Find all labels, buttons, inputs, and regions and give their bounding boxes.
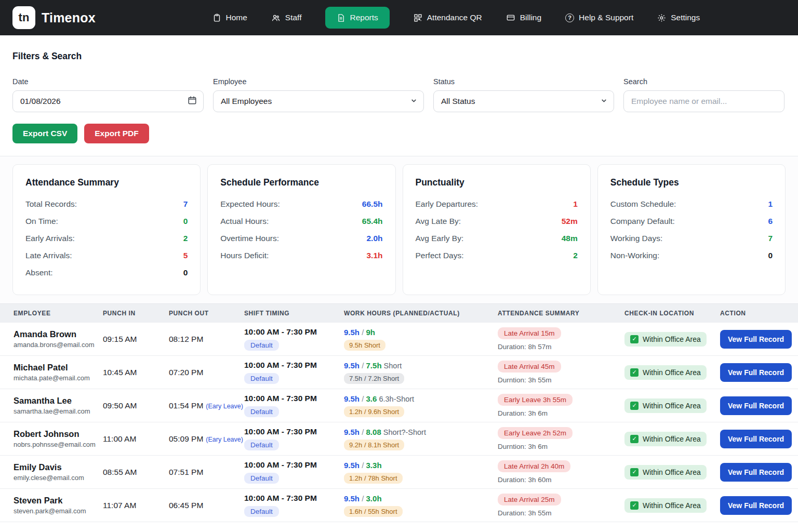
stat-value: 1 [573,200,578,209]
location-badge: ✓Within Office Area [624,332,707,347]
table-row: Samantha Leesamartha.lae@email.com 09:50… [0,389,798,422]
table-header: EMPLOYEE PUNCH IN PUNCH OUT SHIFT TIMING… [0,303,798,323]
hours-separator: / [360,361,366,370]
filters-title: Filters & Search [12,51,786,62]
card-attendance-summary: Attendance Summary Total Records:7 On Ti… [12,164,201,295]
location-text: Within Office Area [643,402,701,410]
nav-item-home[interactable]: Home [212,13,247,22]
check-icon: ✓ [630,435,639,443]
hours-suffix: 6.3h-Short [377,395,414,403]
card-title: Punctuality [416,177,578,188]
help-icon: ? [565,14,574,22]
card-punctuality: Punctuality Early Departures:1 Avg Late … [403,164,591,295]
actual-hours: 3.6 [366,394,377,403]
punch-in: 10:45 AM [102,368,168,377]
export-pdf-button[interactable]: Export PDF [84,124,149,143]
work-hours-badge: 7.5h / 7.2h Short [344,373,404,384]
nav-item-label: Reports [350,13,378,22]
check-icon: ✓ [630,468,639,476]
stat-label: Avg Early By: [416,234,464,243]
stat-value: 7 [183,200,188,209]
punch-in: 09:50 AM [102,401,168,410]
view-full-record-button[interactable]: Vew Full Record [720,363,792,382]
stat-value: 52m [562,217,578,226]
col-shift-timing: SHIFT TIMING [243,304,343,323]
status-select-value: All Status [441,97,475,106]
stat-label: Early Departures: [416,200,478,209]
col-action: ACTION [719,304,786,323]
view-full-record-button[interactable]: Vew Full Record [720,463,792,482]
nav-item-staff[interactable]: Staff [271,13,302,22]
stat-label: On Time: [25,217,58,226]
hours-separator: / [360,494,366,503]
location-text: Within Office Area [643,501,701,510]
reports-icon [337,14,345,22]
nav-items: Home Staff Reports Attendance QR Billing… [127,7,786,29]
date-input[interactable] [20,97,196,106]
view-full-record-button[interactable]: Vew Full Record [720,330,792,349]
location-text: Within Office Area [643,468,701,476]
location-text: Within Office Area [643,335,701,343]
card-title: Schedule Types [610,177,773,188]
employee-email: nobrs.pohnsse@email.com [14,441,102,448]
check-icon: ✓ [630,402,639,410]
duration-text: Duration: 8h 57m [498,343,623,351]
stat-value: 6 [768,217,773,226]
punch-out: 07:20 PM [169,368,203,377]
nav-item-billing[interactable]: Billing [506,13,541,22]
employee-email: michata.pate@email.com [14,374,102,382]
shift-type-badge: Default [244,473,279,484]
brand-logo: tn [12,6,35,29]
employee-email: amanda.brons@email.com [14,341,102,349]
attendance-badge: Late Arrival 25m [498,494,561,506]
duration-text: Duration: 3h 60m [498,476,623,484]
stat-value: 7 [768,234,773,243]
brand[interactable]: tn Timenox [12,6,96,29]
calendar-icon[interactable] [188,96,197,107]
location-text: Within Office Area [643,368,701,377]
hours-separator: / [360,394,366,403]
view-full-record-button[interactable]: Vew Full Record [720,396,792,415]
col-work-hours: WORK HOURS (PLANNED/ACTUAL) [343,304,497,323]
punch-in: 08:55 AM [102,468,168,477]
shift-time: 10:00 AM - 7:30 PM [244,494,343,503]
nav-item-help-support[interactable]: ? Help & Support [565,13,633,22]
punch-in: 11:07 AM [102,501,168,510]
employee-select-value: All Employees [221,97,272,106]
stat-label: Perfect Days: [416,251,464,260]
search-input[interactable] [631,97,777,106]
view-full-record-button[interactable]: Vew Full Record [720,496,792,515]
stat-label: Actual Hours: [220,217,269,226]
hours-suffix: Short [382,362,402,370]
early-leave-tag: (Eary Leave) [206,436,243,443]
nav-item-label: Settings [671,13,700,22]
employee-name: Amanda Brown [14,329,102,339]
view-full-record-button[interactable]: Vew Full Record [720,430,792,448]
actual-hours: 3.3h [366,461,382,470]
table-row: Michael Patelmichata.pate@email.com 10:4… [0,356,798,389]
punch-out: 06:45 PM [169,501,203,510]
shift-type-badge: Default [244,373,279,384]
planned-hours: 9.5h [344,361,360,370]
employee-select[interactable]: All Employees [213,90,424,112]
date-label: Date [12,77,204,86]
stat-value: 0 [183,217,188,226]
punch-out: 05:09 PM [169,434,203,443]
summary-cards: Attendance Summary Total Records:7 On Ti… [0,156,798,303]
export-csv-button[interactable]: Export CSV [12,124,77,143]
nav-item-settings[interactable]: Settings [657,13,700,22]
status-select[interactable]: All Status [433,90,614,112]
employee-email: samartha.lae@email.com [14,407,102,415]
employee-name: Michael Patel [14,363,102,373]
attendance-badge: Late Arrival 45m [498,361,561,373]
location-text: Within Office Area [643,435,701,443]
nav-item-reports[interactable]: Reports [325,7,389,29]
early-leave-tag: (Eary Leave) [206,403,243,410]
actual-hours: 9h [366,328,376,337]
shift-type-badge: Default [244,440,279,450]
planned-hours: 9.5h [344,461,360,470]
attendance-badge: Late Arrival 15m [498,327,561,339]
card-schedule-types: Schedule Types Custom Schedule:1 Company… [597,164,786,295]
status-filter: Status All Status [433,77,614,112]
nav-item-attendance-qr[interactable]: Attendance QR [414,13,482,22]
